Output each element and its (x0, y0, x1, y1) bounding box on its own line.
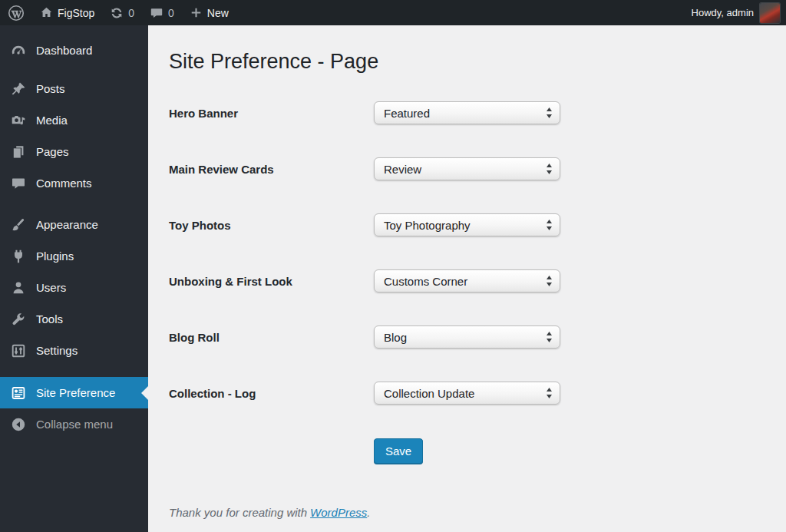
howdy-text[interactable]: Howdy, admin (692, 7, 754, 18)
comment-bubble-icon (150, 6, 163, 20)
sidebar-item-media[interactable]: Media (0, 104, 148, 136)
select-collection-log[interactable]: Collection Update (374, 382, 560, 405)
sidebar-item-dashboard[interactable]: Dashboard (0, 35, 148, 66)
home-icon (40, 6, 53, 19)
sidebar-item-label: Media (36, 114, 68, 127)
updates-menu[interactable]: 0 (102, 0, 142, 25)
sidebar-item-label: Plugins (36, 249, 74, 263)
select-value: Customs Corner (384, 275, 467, 288)
select-stepper-arrows-icon (546, 163, 553, 175)
sidebar-item-label: Dashboard (36, 44, 92, 57)
sidebar-item-label: Settings (36, 344, 78, 357)
field-label-main-review-cards: Main Review Cards (169, 163, 374, 176)
field-label-toy-photos: Toy Photos (169, 219, 374, 232)
form-row-unboxing-first-look: Unboxing & First Look Customs Corner (169, 269, 786, 292)
comments-count: 0 (168, 7, 174, 19)
sidebar-item-tools[interactable]: Tools (0, 303, 148, 335)
select-value: Collection Update (384, 387, 474, 400)
sliders-icon (11, 343, 26, 359)
comments-menu[interactable]: 0 (142, 0, 182, 25)
sidebar-item-comments[interactable]: Comments (0, 167, 148, 199)
select-stepper-arrows-icon (546, 387, 553, 399)
field-label-blog-roll: Blog Roll (169, 331, 374, 344)
select-stepper-arrows-icon (546, 331, 553, 343)
sidebar-menu: Dashboard Posts Media Pages (0, 25, 148, 532)
select-main-review-cards[interactable]: Review (374, 157, 560, 180)
updates-refresh-icon (110, 6, 124, 20)
camera-icon (11, 113, 26, 128)
select-value: Featured (384, 107, 430, 120)
updates-count: 0 (128, 7, 134, 19)
select-stepper-arrows-icon (546, 219, 553, 231)
sidebar-item-site-preference[interactable]: Site Preference (0, 377, 148, 408)
wordpress-menu[interactable] (0, 0, 32, 25)
sidebar-item-collapse-menu[interactable]: Collapse menu (0, 408, 148, 440)
site-name: FigStop (58, 7, 94, 19)
footer-text: Thank you for creating withWordPress. (169, 506, 786, 519)
wordpress-link[interactable]: WordPress (310, 506, 367, 519)
footer-thankyou: Thank you for creating with (169, 506, 307, 519)
sidebar-item-users[interactable]: Users (0, 272, 148, 303)
main-content: Site Preference - Page Hero Banner Featu… (148, 25, 786, 532)
sidebar-item-label: Collapse menu (36, 418, 113, 431)
form-row-collection-log: Collection - Log Collection Update (169, 382, 786, 405)
comment-bubble-icon (11, 176, 26, 191)
select-value: Blog (384, 331, 407, 344)
plus-icon (190, 6, 203, 19)
avatar[interactable] (760, 3, 780, 23)
select-unboxing-first-look[interactable]: Customs Corner (374, 269, 560, 292)
form-row-toy-photos: Toy Photos Toy Photography (169, 213, 786, 236)
pushpin-icon (11, 81, 26, 97)
form-row-blog-roll: Blog Roll Blog (169, 325, 786, 349)
dashboard-icon (11, 43, 26, 58)
select-stepper-arrows-icon (546, 275, 553, 287)
field-label-unboxing-first-look: Unboxing & First Look (169, 275, 374, 288)
wordpress-logo-icon (8, 5, 25, 21)
select-blog-roll[interactable]: Blog (374, 325, 560, 349)
sidebar-item-label: Pages (36, 145, 69, 158)
new-label: New (207, 7, 229, 19)
admin-bar: FigStop 0 0 New Howdy, admin (0, 0, 786, 25)
sidebar-item-label: Site Preference (36, 386, 115, 399)
sidebar-item-posts[interactable]: Posts (0, 73, 148, 104)
select-value: Review (384, 163, 421, 176)
field-label-hero-banner: Hero Banner (169, 107, 374, 120)
brush-icon (11, 217, 26, 233)
footer-period: . (367, 506, 370, 519)
sidebar-item-appearance[interactable]: Appearance (0, 209, 148, 240)
sidebar-item-settings[interactable]: Settings (0, 335, 148, 366)
admin-bar-right: Howdy, admin (692, 0, 786, 25)
preferences-form: Hero Banner Featured Main Review Cards R… (169, 101, 786, 405)
sidebar-item-pages[interactable]: Pages (0, 136, 148, 167)
form-row-main-review-cards: Main Review Cards Review (169, 157, 786, 180)
select-toy-photos[interactable]: Toy Photography (374, 213, 560, 236)
field-label-collection-log: Collection - Log (169, 387, 374, 400)
select-hero-banner[interactable]: Featured (374, 101, 560, 124)
form-row-hero-banner: Hero Banner Featured (169, 101, 786, 124)
save-button[interactable]: Save (374, 438, 423, 464)
wrench-icon (11, 312, 26, 327)
sidebar-item-plugins[interactable]: Plugins (0, 240, 148, 272)
pages-icon (11, 144, 26, 160)
sidebar-item-label: Users (36, 281, 66, 294)
sidebar-item-label: Comments (36, 177, 92, 190)
sidebar-item-label: Posts (36, 82, 65, 95)
collapse-arrow-icon (11, 417, 26, 432)
site-preference-icon (11, 385, 26, 401)
select-value: Toy Photography (384, 219, 471, 232)
new-menu[interactable]: New (182, 0, 236, 25)
site-name-menu[interactable]: FigStop (32, 0, 102, 25)
sidebar-item-label: Appearance (36, 218, 98, 231)
plug-icon (11, 249, 26, 264)
sidebar-item-label: Tools (36, 312, 63, 325)
person-icon (11, 280, 26, 296)
select-stepper-arrows-icon (546, 107, 553, 119)
page-title: Site Preference - Page (169, 50, 786, 74)
